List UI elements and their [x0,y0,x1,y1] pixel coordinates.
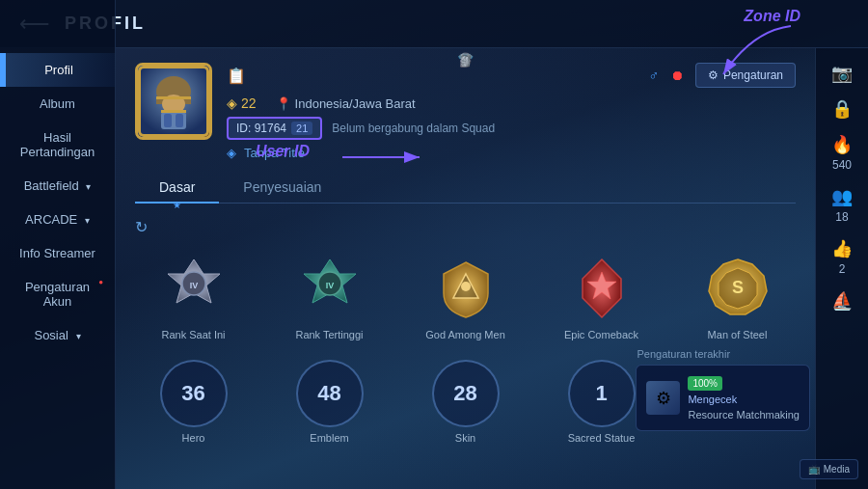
chevron-down-icon: ▾ [85,215,90,226]
following-count: 18 [835,210,848,224]
popup-detail: Resource Matchmaking [688,409,800,421]
diamond-icon: ◈ [227,95,237,111]
avatar [135,63,212,140]
sidebar-item-hasil[interactable]: Hasil Pertandingan [0,121,115,169]
user-id-annotation: User ID [256,143,310,160]
profile-level: ◈ 22 [227,95,257,111]
profile-header: 📋 ♂ ⏺ ⚙ Pengaturan ◈ 22 📍 [135,63,796,160]
svg-text:S: S [731,278,743,297]
badge-rank-tertinggi: IV Rank Tertinggi [271,252,388,340]
sidebar-item-album[interactable]: Album [0,87,115,121]
people-icon: 👥 [831,186,853,207]
followers-count: 540 [832,158,852,172]
svg-text:IV: IV [189,281,198,290]
refresh-button[interactable]: ↻ [135,218,148,236]
badge-label-rank-saat-ini: Rank Saat Ini [161,329,225,340]
badge-label-epic-comeback: Epic Comeback [564,329,638,340]
badge-rank-saat-ini: IV Rank Saat Ini [135,252,252,340]
stat-hero: ⚔ 36 Hero [135,360,252,444]
badges-grid: IV Rank Saat Ini [135,252,796,340]
profile-info: 📋 ♂ ⏺ ⚙ Pengaturan ◈ 22 📍 [227,63,796,160]
topbar: ⟵ PROFIL [0,0,868,48]
likes-count: 2 [839,262,846,276]
chevron-down-icon: ▾ [76,331,81,341]
sidebar-item-arcade[interactable]: ARCADE ▾ [0,203,115,236]
lock-icon[interactable]: 🔒 [831,98,853,120]
note-icon[interactable]: 📋 [227,67,246,85]
badge-label-rank-tertinggi: Rank Tertinggi [295,329,363,340]
title-icon: ◈ [227,146,236,160]
pengaturan-popup: Pengaturan terakhir ⚙ 100% Mengecek Reso… [636,365,810,431]
tab-penyesuaian[interactable]: Penyesuaian [219,172,345,203]
badge-god-among-men: God Among Men [407,252,524,340]
profile-location: 📍 Indonesia/Jawa Barat [276,96,416,111]
statue-icon: 🗿 [457,52,474,68]
stat-circle-sacred-statue: 🗿 1 [568,360,636,427]
thumbsup-icon: 👍 [831,238,853,259]
badge-epic-comeback: Epic Comeback [543,252,660,340]
notification-dot: ● [98,278,103,286]
stat-emblem: ◈ 48 Emblem [271,360,388,444]
pengaturan-button[interactable]: ⚙ Pengaturan [695,63,796,88]
popup-progress: 100% Mengecek Resource Matchmaking [688,373,800,422]
record-icon[interactable]: ⏺ [670,68,684,83]
media-badge: 📺 Media [800,459,858,479]
badge-label-man-of-steel: Man of Steel [708,329,768,340]
location-icon: 📍 [276,96,291,111]
right-sidebar: 📷 🔒 🔥 540 👥 18 👍 2 ⛵ [815,48,868,489]
camera-icon[interactable]: 📷 [831,63,853,84]
profile-id-row: ID: 91764 21 Belum bergabung dalam Squad [227,117,796,140]
user-id-text: ID: 91764 [236,122,286,135]
chevron-down-icon: ▾ [86,181,91,192]
squad-status: Belum bergabung dalam Squad [332,122,495,135]
following-stat: 👥 18 [831,186,853,224]
svg-point-16 [461,282,471,291]
sidebar-item-pengaturan[interactable]: Pengaturan Akun ● [0,270,115,318]
stat-circle-hero: ⚔ 36 [160,360,228,427]
sidebar-item-profil[interactable]: Profil [0,53,115,87]
badge-icon-rank-saat-ini: IV [157,252,230,324]
tabs-row: Dasar Penyesuaian [135,172,796,204]
ship-icon: ⛵ [831,290,853,312]
progress-badge: 100% [688,376,722,391]
gender-icon: ♂ [648,68,659,83]
tab-dasar[interactable]: Dasar [135,172,219,203]
badge-icon-man-of-steel: S [701,252,773,324]
followers-stat: 🔥 540 [831,134,853,172]
sidebar-item-info-streamer[interactable]: Info Streamer [0,236,115,270]
badge-man-of-steel: S Man of Steel [679,252,796,340]
zone-badge: 21 [291,122,312,135]
stat-circle-emblem: ◈ 48 [296,360,364,427]
media-icon: 📺 [808,464,820,475]
stat-label-emblem: Emblem [310,432,348,444]
popup-title: Pengaturan terakhir [637,348,730,360]
fire-icon: 🔥 [831,134,853,155]
title-row: ◈ Tanpa Title [227,146,796,160]
badges-section: IV Rank Saat Ini [135,252,796,340]
badge-label-god-among-men: God Among Men [425,329,505,340]
sidebar-item-battlefield[interactable]: Battlefield ▾ [0,169,115,203]
popup-thumbnail: ⚙ [646,381,680,415]
stat-label-sacred-statue: Sacred Statue [568,432,636,444]
badge-icon-god-among-men [429,252,502,324]
stat-label-skin: Skin [455,432,475,444]
profile-id-box: ID: 91764 21 [227,117,322,140]
sidebar-item-sosial[interactable]: Sosial ▾ [0,318,115,352]
gear-icon: ⚙ [708,68,719,82]
ship-stat: ⛵ [831,290,853,312]
likes-stat: 👍 2 [831,238,853,276]
badge-icon-rank-tertinggi: IV [293,252,366,324]
stat-circle-skin: 👕 28 [432,360,500,427]
svg-text:IV: IV [325,281,334,290]
zone-id-annotation: Zone ID [744,8,800,25]
stat-label-hero: Hero [182,432,205,444]
avatar-border [138,66,209,137]
sidebar: Profil Album Hasil Pertandingan Battlefi… [0,0,116,489]
badge-icon-epic-comeback [565,252,637,324]
popup-action: Mengecek [688,394,800,405]
stat-skin: 👕 28 Skin [407,360,524,444]
